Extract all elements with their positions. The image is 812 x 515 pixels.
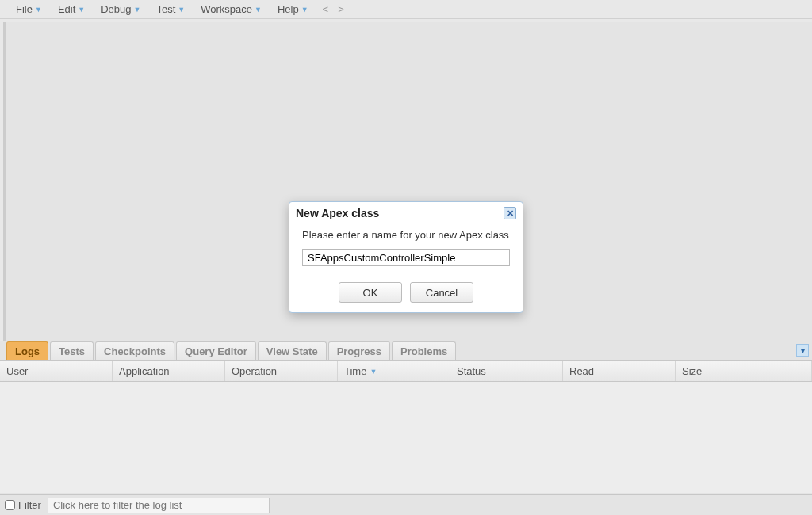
dialog-title: New Apex class — [296, 207, 379, 219]
menu-label: Edit — [58, 3, 75, 15]
menu-label: Debug — [101, 3, 131, 15]
caret-icon: ▼ — [78, 6, 85, 13]
log-column-headers: User Application Operation Time▼ Status … — [0, 361, 812, 382]
menu-edit[interactable]: Edit▼ — [50, 0, 93, 18]
bottom-panel: Logs Tests Checkpoints Query Editor View… — [0, 341, 812, 515]
caret-icon: ▼ — [35, 6, 42, 13]
tab-view-state[interactable]: View State — [258, 341, 327, 360]
col-operation[interactable]: Operation — [225, 361, 338, 381]
col-application[interactable]: Application — [113, 361, 225, 381]
nav-arrows: < > — [323, 3, 344, 15]
menu-label: Workspace — [201, 3, 252, 15]
col-status[interactable]: Status — [450, 361, 563, 381]
filter-toggle[interactable]: Filter — [5, 499, 41, 511]
nav-forward-icon[interactable]: > — [338, 3, 344, 15]
class-name-input[interactable] — [302, 249, 510, 266]
caret-icon: ▼ — [178, 6, 185, 13]
menu-label: Help — [278, 3, 299, 15]
sort-desc-icon: ▼ — [370, 368, 377, 376]
caret-icon: ▼ — [255, 6, 262, 13]
nav-back-icon[interactable]: < — [323, 3, 329, 15]
cancel-button[interactable]: Cancel — [410, 282, 473, 303]
menu-file[interactable]: File▼ — [8, 0, 50, 18]
col-read[interactable]: Read — [563, 361, 676, 381]
close-icon[interactable]: ✕ — [504, 207, 516, 219]
menu-test[interactable]: Test▼ — [148, 0, 193, 18]
log-grid-body — [0, 382, 812, 493]
menu-debug[interactable]: Debug▼ — [93, 0, 148, 18]
dialog-body: Please enter a name for your new Apex cl… — [289, 224, 523, 274]
filter-label: Filter — [18, 499, 41, 511]
dialog-header: New Apex class ✕ — [289, 202, 523, 224]
tab-tests[interactable]: Tests — [50, 341, 94, 360]
col-size[interactable]: Size — [676, 361, 812, 381]
caret-icon: ▼ — [134, 6, 141, 13]
ok-button[interactable]: OK — [339, 282, 402, 303]
caret-icon: ▼ — [301, 6, 308, 13]
dialog-prompt: Please enter a name for your new Apex cl… — [302, 229, 510, 241]
filter-bar: Filter — [0, 494, 812, 515]
filter-checkbox[interactable] — [5, 500, 15, 510]
dialog-buttons: OK Cancel — [289, 274, 523, 312]
menubar: File▼ Edit▼ Debug▼ Test▼ Workspace▼ Help… — [0, 0, 812, 19]
tab-query-editor[interactable]: Query Editor — [176, 341, 256, 360]
menu-label: File — [16, 3, 33, 15]
menu-label: Test — [156, 3, 175, 15]
new-apex-class-dialog: New Apex class ✕ Please enter a name for… — [289, 201, 523, 313]
menu-workspace[interactable]: Workspace▼ — [193, 0, 270, 18]
filter-input[interactable] — [48, 498, 270, 513]
tab-problems[interactable]: Problems — [392, 341, 456, 360]
col-time[interactable]: Time▼ — [338, 361, 450, 381]
menu-help[interactable]: Help▼ — [270, 0, 316, 18]
bottom-tabs: Logs Tests Checkpoints Query Editor View… — [0, 341, 812, 361]
expand-panel-icon[interactable]: ▾ — [796, 344, 809, 357]
tab-logs[interactable]: Logs — [6, 341, 48, 360]
tab-progress[interactable]: Progress — [328, 341, 390, 360]
col-user[interactable]: User — [0, 361, 113, 381]
tab-checkpoints[interactable]: Checkpoints — [95, 341, 174, 360]
